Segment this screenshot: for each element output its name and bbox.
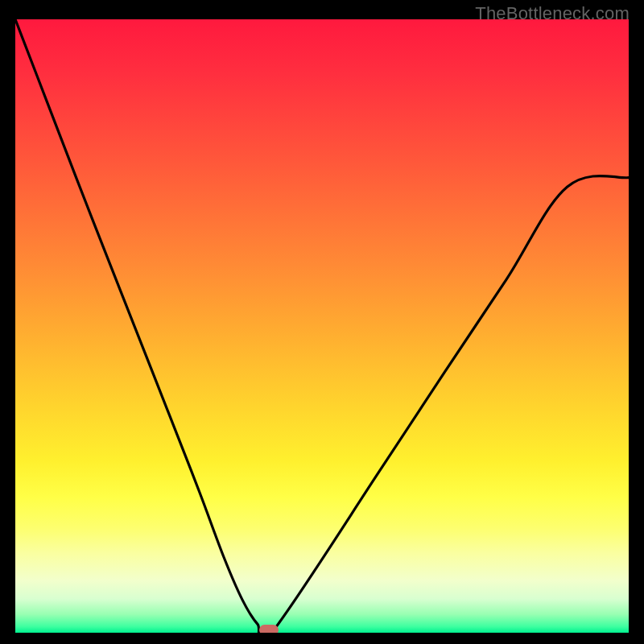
plot-area bbox=[15, 19, 629, 633]
watermark-text: TheBottleneck.com bbox=[475, 3, 630, 24]
bottleneck-curve-path bbox=[15, 19, 629, 633]
chart-frame: TheBottleneck.com bbox=[0, 0, 644, 644]
curve-svg bbox=[15, 19, 629, 633]
optimal-marker bbox=[259, 625, 279, 633]
